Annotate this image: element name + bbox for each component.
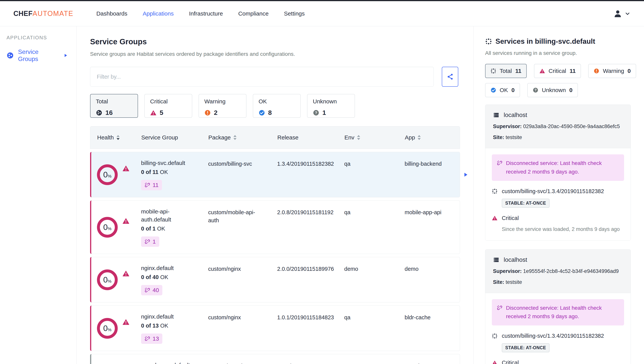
sort-icons[interactable] — [116, 135, 120, 140]
status-card-count: 2 — [214, 109, 218, 116]
status-card-label: Unknown — [313, 98, 349, 105]
column-header-health[interactable]: Health — [97, 134, 141, 141]
status-card-label: Critical — [150, 98, 186, 105]
pill-critical[interactable]: Critical 11 — [534, 64, 581, 78]
update-strategy-badge: STABLE: AT-ONCE — [502, 199, 550, 208]
broken-link-icon — [144, 336, 150, 341]
broken-link-icon — [497, 160, 502, 166]
status-card-ok[interactable]: OK 8 — [253, 94, 301, 118]
services-detail-panel: Services in billing-svc.default All serv… — [474, 26, 644, 364]
health-cell: 0% — [97, 318, 141, 339]
critical-triangle-icon — [150, 110, 156, 116]
service-group-name: nginx.default — [141, 264, 198, 272]
nav-dashboards[interactable]: Dashboards — [96, 10, 128, 17]
table-header: Health Service Group Package Release Env — [90, 126, 460, 149]
update-strategy-badge: STABLE: AT-ONCE — [502, 343, 550, 352]
critical-triangle-icon — [122, 318, 130, 326]
service-group-cell: sample-app.default 0 of 1 OK 1 — [141, 361, 208, 364]
nav-settings[interactable]: Settings — [284, 10, 304, 17]
share-icon — [446, 73, 454, 81]
services-dots-icon — [490, 68, 496, 74]
status-card-count: 8 — [268, 109, 272, 116]
service-group-cell: nginx.default 0 of 40 OK 40 — [141, 264, 208, 295]
table-row[interactable]: 0% mobile-api-auth.default 0 of 1 OK 1 c… — [90, 200, 460, 254]
warning-circle-icon — [204, 110, 211, 116]
disconnected-alert: Disconnected service: Last health check … — [492, 154, 624, 181]
filter-input[interactable] — [90, 67, 434, 87]
sort-icons[interactable] — [357, 135, 360, 140]
panel-title: Services in billing-svc.default — [496, 37, 595, 46]
warning-circle-icon — [594, 68, 599, 74]
ok-label: OK — [160, 169, 168, 175]
sort-icons[interactable] — [234, 135, 236, 140]
table-row[interactable]: 0% billing-svc.default 0 of 11 OK 11 cus… — [90, 152, 460, 197]
package-cell: custom/billing-svc — [208, 159, 266, 168]
column-header-service-group: Service Group — [141, 134, 208, 141]
sort-icons[interactable] — [418, 135, 421, 140]
page-title: Service Groups — [90, 37, 474, 46]
share-button[interactable] — [442, 67, 458, 87]
supervisor-id: 029a3a8a-20ac-4590-850e-9a4aac86efc5 — [523, 124, 620, 129]
ok-check-icon — [258, 110, 265, 116]
ok-label: OK — [157, 226, 165, 232]
status-card-count: 5 — [160, 109, 163, 116]
health-status-text: Critical — [502, 359, 519, 364]
sidebar-section-label: APPLICATIONS — [6, 35, 76, 41]
row-open-arrow-icon[interactable] — [462, 172, 469, 178]
health-donut: 0% — [97, 217, 118, 238]
app-cell: demo — [404, 264, 460, 273]
disconnected-count-pill[interactable]: 13 — [141, 333, 162, 344]
table-row[interactable]: 0% sample-app.default 0 of 1 OK 1 custom… — [90, 354, 460, 364]
package-dots-icon — [492, 333, 498, 339]
service-card-header: localhost Supervisor: 029a3a8a-20ac-4590… — [485, 105, 630, 148]
status-card-total[interactable]: Total 16 — [90, 94, 138, 118]
table-row[interactable]: 0% nginx.default 0 of 13 OK 13 custom/ng… — [90, 305, 460, 351]
cluster-icon — [96, 110, 102, 116]
package-dots-icon — [492, 188, 498, 194]
service-group-name: billing-svc.default — [141, 159, 198, 167]
panel-title-row: Services in billing-svc.default — [485, 37, 630, 46]
main-nav: Dashboards Applications Infrastructure C… — [96, 10, 305, 17]
column-header-app[interactable]: App — [405, 134, 460, 141]
critical-triangle-icon — [122, 165, 130, 172]
sidebar-item-service-groups[interactable]: Service Groups — [6, 48, 76, 63]
env-cell: qa — [344, 159, 402, 168]
cluster-icon — [6, 52, 14, 59]
status-card-warning[interactable]: Warning 2 — [198, 94, 246, 118]
nav-infrastructure[interactable]: Infrastructure — [189, 10, 223, 17]
disconnected-count-pill[interactable]: 11 — [141, 180, 162, 190]
package-identifier: custom/billing-svc/1.3.4/20190115182382 — [502, 333, 604, 339]
disconnected-count-pill[interactable]: 1 — [141, 236, 159, 247]
nav-applications[interactable]: Applications — [142, 10, 174, 17]
user-menu[interactable] — [613, 9, 630, 18]
release-cell: 1.0.1/20190115184823 — [277, 313, 335, 321]
status-card-critical[interactable]: Critical 5 — [144, 94, 192, 118]
user-profile-icon[interactable] — [613, 9, 622, 18]
supervisor-label: Supervisor: — [493, 268, 522, 274]
disconnected-alert-text: Disconnected service: Last health check … — [506, 159, 619, 176]
nav-compliance[interactable]: Compliance — [238, 10, 268, 17]
critical-triangle-icon — [492, 360, 498, 364]
status-filter-cards: Total 16 Critical 5 Warning 2 — [90, 94, 474, 118]
status-card-unknown[interactable]: Unknown 1 — [307, 94, 355, 118]
status-card-count: 1 — [322, 109, 326, 116]
column-header-env[interactable]: Env — [344, 134, 405, 141]
column-header-package[interactable]: Package — [208, 134, 277, 141]
pill-unknown[interactable]: Unknown 0 — [527, 83, 578, 97]
site-label: Site: — [493, 279, 504, 285]
main-content: Service Groups Service groups are Habita… — [77, 26, 474, 364]
table-row[interactable]: 0% nginx.default 0 of 40 OK 40 custom/ng… — [90, 257, 460, 302]
pill-warning[interactable]: Warning 0 — [588, 64, 636, 78]
panel-subtitle: All services running in a service group. — [485, 50, 630, 56]
health-status-text: Critical — [502, 215, 519, 221]
pill-total[interactable]: Total 11 — [485, 64, 527, 78]
broken-link-icon — [144, 287, 150, 293]
service-group-name: mobile-api-auth.default — [141, 207, 198, 224]
chef-automate-logo[interactable]: CHEF AUTOMATE — [14, 10, 74, 18]
health-donut: 0% — [97, 269, 118, 290]
env-cell: demo — [344, 264, 402, 273]
chevron-down-icon — [624, 11, 630, 17]
service-group-cell: billing-svc.default 0 of 11 OK 11 — [141, 159, 208, 190]
pill-ok[interactable]: OK 0 — [485, 83, 520, 97]
disconnected-count-pill[interactable]: 40 — [141, 285, 162, 295]
